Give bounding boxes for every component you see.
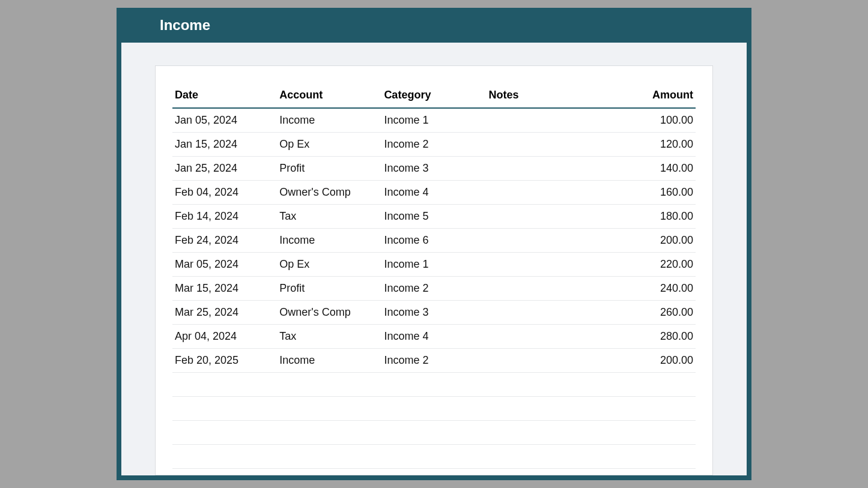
cell-amount: 220.00 (617, 253, 696, 277)
cell-empty (487, 421, 618, 445)
table-row-empty (172, 373, 696, 397)
table-row: Mar 15, 2024ProfitIncome 2240.00 (172, 277, 696, 301)
col-header-account: Account (277, 85, 381, 108)
col-header-date: Date (172, 85, 277, 108)
cell-category: Income 1 (381, 108, 486, 133)
cell-category: Income 2 (381, 349, 486, 373)
header-bar: Income (117, 8, 751, 43)
cell-date: Feb 14, 2024 (172, 205, 277, 229)
page-frame: Income Date Account Category Notes Amoun… (117, 8, 751, 480)
cell-notes (487, 349, 618, 373)
cell-account: Op Ex (277, 133, 381, 157)
cell-empty (277, 373, 381, 397)
cell-empty (381, 373, 486, 397)
cell-empty (277, 421, 381, 445)
table-row: Feb 20, 2025IncomeIncome 2200.00 (172, 349, 696, 373)
cell-empty (172, 397, 277, 421)
cell-empty (617, 445, 696, 469)
table-row: Feb 24, 2024IncomeIncome 6200.00 (172, 229, 696, 253)
cell-category: Income 1 (381, 253, 486, 277)
cell-amount: 140.00 (617, 157, 696, 181)
cell-amount: 180.00 (617, 205, 696, 229)
cell-amount: 200.00 (617, 349, 696, 373)
cell-account: Income (277, 229, 381, 253)
cell-empty (617, 421, 696, 445)
cell-account: Tax (277, 325, 381, 349)
cell-empty (617, 373, 696, 397)
cell-account: Income (277, 108, 381, 133)
table-row: Feb 04, 2024Owner's CompIncome 4160.00 (172, 181, 696, 205)
income-card: Date Account Category Notes Amount Jan 0… (155, 65, 713, 475)
cell-empty (487, 445, 618, 469)
cell-category: Income 2 (381, 133, 486, 157)
cell-category: Income 4 (381, 181, 486, 205)
cell-notes (487, 108, 618, 133)
cell-notes (487, 325, 618, 349)
cell-notes (487, 133, 618, 157)
table-row-empty (172, 397, 696, 421)
cell-amount: 100.00 (617, 108, 696, 133)
cell-date: Feb 24, 2024 (172, 229, 277, 253)
cell-account: Owner's Comp (277, 301, 381, 325)
cell-amount: 240.00 (617, 277, 696, 301)
cell-account: Op Ex (277, 253, 381, 277)
cell-date: Mar 25, 2024 (172, 301, 277, 325)
cell-date: Jan 05, 2024 (172, 108, 277, 133)
cell-account: Profit (277, 157, 381, 181)
table-header-row: Date Account Category Notes Amount (172, 85, 696, 108)
cell-empty (487, 397, 618, 421)
table-row: Apr 04, 2024TaxIncome 4280.00 (172, 325, 696, 349)
cell-amount: 200.00 (617, 229, 696, 253)
col-header-category: Category (381, 85, 486, 108)
cell-empty (172, 421, 277, 445)
cell-category: Income 4 (381, 325, 486, 349)
table-row-empty (172, 445, 696, 469)
cell-account: Tax (277, 205, 381, 229)
cell-empty (277, 445, 381, 469)
table-body: Jan 05, 2024IncomeIncome 1100.00Jan 15, … (172, 108, 696, 469)
col-header-amount: Amount (617, 85, 696, 108)
cell-amount: 160.00 (617, 181, 696, 205)
table-row: Jan 05, 2024IncomeIncome 1100.00 (172, 108, 696, 133)
table-row: Jan 25, 2024ProfitIncome 3140.00 (172, 157, 696, 181)
table-row-empty (172, 421, 696, 445)
cell-account: Income (277, 349, 381, 373)
cell-notes (487, 277, 618, 301)
cell-date: Feb 20, 2025 (172, 349, 277, 373)
cell-notes (487, 181, 618, 205)
cell-account: Owner's Comp (277, 181, 381, 205)
content-area: Date Account Category Notes Amount Jan 0… (121, 43, 747, 475)
table-row: Feb 14, 2024TaxIncome 5180.00 (172, 205, 696, 229)
cell-empty (381, 397, 486, 421)
cell-amount: 120.00 (617, 133, 696, 157)
cell-notes (487, 229, 618, 253)
cell-empty (172, 373, 277, 397)
cell-notes (487, 301, 618, 325)
cell-date: Apr 04, 2024 (172, 325, 277, 349)
table-row: Mar 05, 2024Op ExIncome 1220.00 (172, 253, 696, 277)
cell-category: Income 3 (381, 301, 486, 325)
cell-category: Income 2 (381, 277, 486, 301)
cell-empty (172, 445, 277, 469)
table-row: Mar 25, 2024Owner's CompIncome 3260.00 (172, 301, 696, 325)
cell-date: Mar 05, 2024 (172, 253, 277, 277)
cell-notes (487, 157, 618, 181)
table-row: Jan 15, 2024Op ExIncome 2120.00 (172, 133, 696, 157)
cell-category: Income 5 (381, 205, 486, 229)
cell-empty (617, 397, 696, 421)
cell-date: Feb 04, 2024 (172, 181, 277, 205)
cell-empty (277, 397, 381, 421)
cell-amount: 280.00 (617, 325, 696, 349)
cell-notes (487, 205, 618, 229)
cell-date: Mar 15, 2024 (172, 277, 277, 301)
page-title: Income (160, 17, 751, 34)
cell-empty (381, 421, 486, 445)
col-header-notes: Notes (487, 85, 618, 108)
cell-notes (487, 253, 618, 277)
cell-category: Income 3 (381, 157, 486, 181)
income-table: Date Account Category Notes Amount Jan 0… (172, 85, 696, 469)
cell-date: Jan 25, 2024 (172, 157, 277, 181)
cell-amount: 260.00 (617, 301, 696, 325)
cell-category: Income 6 (381, 229, 486, 253)
cell-empty (487, 373, 618, 397)
